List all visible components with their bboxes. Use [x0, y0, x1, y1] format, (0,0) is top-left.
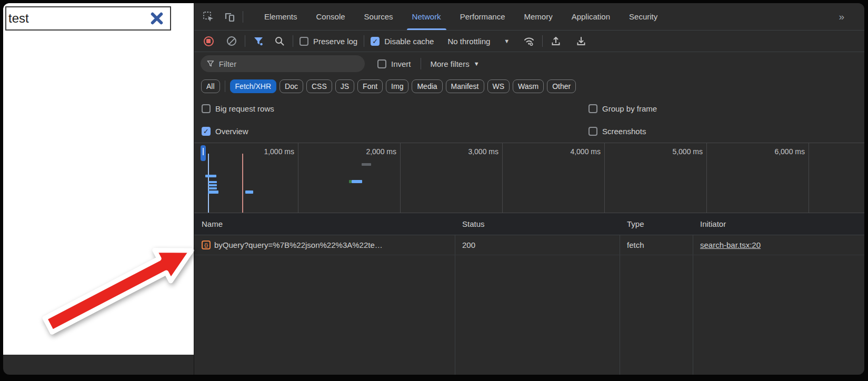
invert-label: Invert — [391, 59, 411, 68]
column-header-initiator[interactable]: Initiator — [693, 213, 864, 235]
timeline-request-bar — [208, 184, 217, 186]
divider — [364, 35, 364, 47]
overview-label: Overview — [215, 127, 248, 136]
chevron-down-icon: ▼ — [504, 38, 510, 44]
network-toolbar: Preserve log ✓ Disable cache No throttli… — [194, 31, 864, 52]
divider — [245, 35, 245, 47]
chip-other[interactable]: Other — [547, 79, 576, 93]
throttling-value: No throttling — [447, 37, 490, 46]
disable-cache-checkbox[interactable]: ✓ — [371, 37, 380, 46]
initiator-link[interactable]: search-bar.tsx:20 — [700, 240, 761, 249]
search-network-icon[interactable] — [273, 34, 286, 48]
request-name: byQuery?query=%7B%22json%22%3A%22te… — [214, 240, 383, 249]
record-network-log-button[interactable] — [202, 34, 215, 48]
more-filters-dropdown[interactable]: More filters ▼ — [431, 59, 480, 68]
timeline-request-bar — [362, 163, 371, 166]
chip-doc[interactable]: Doc — [280, 79, 303, 93]
timeline-event-marker — [208, 154, 209, 213]
divider — [293, 35, 293, 47]
divider — [225, 81, 225, 92]
tick-label: 6,000 ms — [774, 147, 805, 156]
request-type-chips: All Fetch/XHR Doc CSS JS Font Img Media … — [194, 75, 864, 97]
timeline-request-bar — [245, 190, 253, 194]
devtools-panel: Elements Console Sources Network Perform… — [194, 3, 864, 375]
big-request-rows-label: Big request rows — [215, 104, 274, 113]
tab-elements[interactable]: Elements — [255, 3, 307, 30]
more-tabs-icon[interactable]: » — [839, 11, 843, 23]
network-conditions-icon[interactable] — [522, 34, 536, 48]
clear-search-icon[interactable] — [150, 12, 164, 25]
divider — [243, 11, 243, 23]
tick-label: 3,000 ms — [468, 147, 498, 156]
type-value: fetch — [627, 240, 644, 249]
chip-wasm[interactable]: Wasm — [513, 79, 544, 93]
group-by-frame-label: Group by frame — [602, 104, 657, 113]
disable-cache-label: Disable cache — [384, 37, 434, 46]
timeline-request-bar — [205, 175, 216, 177]
chip-css[interactable]: CSS — [306, 79, 332, 93]
tab-sources[interactable]: Sources — [355, 3, 403, 30]
timeline-section: 5,000 ms — [605, 143, 707, 213]
divider — [542, 35, 543, 47]
overview-checkbox[interactable]: ✓ — [202, 127, 211, 136]
page-search-bar[interactable] — [5, 6, 171, 31]
inspect-element-icon[interactable] — [202, 10, 215, 24]
tick-label: 2,000 ms — [366, 147, 396, 156]
funnel-icon — [207, 60, 214, 68]
export-har-icon[interactable] — [574, 34, 588, 48]
tab-console[interactable]: Console — [307, 3, 355, 30]
big-request-rows-checkbox[interactable] — [202, 104, 211, 113]
tab-performance[interactable]: Performance — [451, 3, 515, 30]
timeline-section: 3,000 ms — [401, 143, 503, 213]
throttling-dropdown[interactable]: No throttling ▼ — [447, 37, 510, 46]
invert-checkbox[interactable] — [377, 59, 386, 68]
import-har-icon[interactable] — [549, 34, 563, 48]
filter-input[interactable] — [219, 59, 358, 68]
status-value: 200 — [462, 240, 475, 249]
chip-img[interactable]: Img — [386, 79, 408, 93]
chip-media[interactable]: Media — [412, 79, 442, 93]
timeline-request-bar — [208, 190, 218, 194]
filter-input-pill[interactable] — [201, 55, 365, 72]
filter-toggle-icon[interactable] — [252, 34, 265, 48]
chip-font[interactable]: Font — [357, 79, 383, 93]
column-header-name[interactable]: Name — [194, 213, 455, 235]
device-toolbar-icon[interactable] — [223, 10, 236, 24]
options-row-1: Big request rows Group by frame — [194, 97, 864, 120]
screenshots-label: Screenshots — [602, 127, 646, 136]
chip-js[interactable]: JS — [335, 79, 354, 93]
options-row-2: ✓ Overview Screenshots — [194, 120, 864, 143]
divider — [421, 58, 421, 69]
screenshots-checkbox[interactable] — [588, 127, 597, 136]
timeline-event-marker — [242, 154, 243, 213]
timeline-section: 6,000 ms — [707, 143, 809, 213]
clear-network-log-button[interactable] — [225, 34, 238, 48]
tab-application[interactable]: Application — [562, 3, 620, 30]
chip-ws[interactable]: WS — [487, 79, 510, 93]
devtools-tabs: Elements Console Sources Network Perform… — [255, 3, 667, 30]
chip-all[interactable]: All — [201, 79, 220, 93]
chip-manifest[interactable]: Manifest — [446, 79, 484, 93]
group-by-frame-checkbox[interactable] — [588, 104, 597, 113]
tab-security[interactable]: Security — [620, 3, 667, 30]
tab-memory[interactable]: Memory — [515, 3, 562, 30]
timeline-request-bar — [208, 181, 217, 183]
chevron-down-icon: ▼ — [474, 61, 480, 67]
preserve-log-checkbox[interactable] — [300, 37, 308, 46]
devtools-tabbar: Elements Console Sources Network Perform… — [194, 3, 864, 31]
column-header-type[interactable]: Type — [620, 213, 693, 235]
timeline-section: 1,000 ms — [196, 143, 298, 213]
network-overview-timeline[interactable]: 1,000 ms 2,000 ms 3,000 ms 4,000 ms 5,00… — [194, 143, 864, 213]
network-request-row[interactable]: {} byQuery?query=%7B%22json%22%3A%22te… … — [194, 235, 864, 255]
tab-network[interactable]: Network — [403, 3, 451, 30]
request-type-cell: fetch — [620, 235, 693, 255]
request-name-cell: {} byQuery?query=%7B%22json%22%3A%22te… — [194, 235, 455, 255]
timeline-section: 4,000 ms — [503, 143, 605, 213]
column-header-status[interactable]: Status — [455, 213, 620, 235]
preserve-log-label: Preserve log — [313, 37, 357, 46]
table-header: Name Status Type Initiator — [194, 213, 864, 235]
timeline-left-grip[interactable] — [201, 145, 206, 161]
search-input[interactable] — [6, 11, 150, 26]
chip-fetch-xhr[interactable]: Fetch/XHR — [230, 79, 276, 93]
timeline-request-bar — [352, 180, 362, 183]
